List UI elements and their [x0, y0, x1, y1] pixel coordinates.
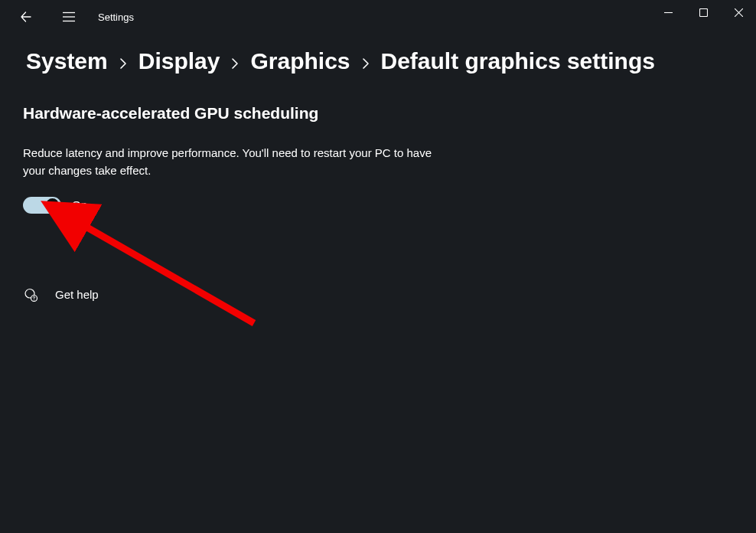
- get-help-link[interactable]: Get help: [23, 287, 756, 302]
- app-title: Settings: [98, 11, 134, 23]
- svg-point-8: [34, 299, 34, 300]
- chevron-right-icon: [117, 57, 129, 70]
- maximize-icon: [699, 8, 708, 17]
- minimize-button[interactable]: [650, 0, 686, 25]
- maximize-button[interactable]: [686, 0, 721, 25]
- back-arrow-icon: [20, 11, 32, 23]
- hamburger-button[interactable]: [54, 2, 84, 32]
- minimize-icon: [664, 8, 673, 17]
- breadcrumb-graphics[interactable]: Graphics: [250, 47, 350, 75]
- hamburger-icon: [63, 11, 75, 22]
- close-icon: [735, 8, 743, 17]
- toggle-state-label: On: [72, 198, 87, 211]
- titlebar: Settings: [0, 0, 756, 34]
- chevron-right-icon: [229, 57, 241, 70]
- breadcrumb: System Display Graphics Default graphics…: [0, 34, 756, 75]
- chevron-right-icon: [360, 57, 372, 70]
- section-title: Hardware-accelerated GPU scheduling: [23, 104, 756, 123]
- svg-rect-4: [699, 8, 707, 16]
- breadcrumb-current: Default graphics settings: [381, 47, 655, 75]
- help-label: Get help: [55, 288, 99, 301]
- back-button[interactable]: [11, 2, 41, 32]
- close-button[interactable]: [721, 0, 756, 25]
- help-icon: [23, 287, 38, 302]
- section-description: Reduce latency and improve performance. …: [23, 144, 455, 180]
- gpu-scheduling-toggle[interactable]: [23, 197, 61, 214]
- gpu-scheduling-toggle-row: On: [23, 197, 756, 214]
- window-controls: [650, 0, 756, 25]
- toggle-knob: [46, 198, 59, 211]
- breadcrumb-system[interactable]: System: [26, 47, 108, 75]
- content-area: Hardware-accelerated GPU scheduling Redu…: [0, 75, 756, 302]
- breadcrumb-display[interactable]: Display: [138, 47, 220, 75]
